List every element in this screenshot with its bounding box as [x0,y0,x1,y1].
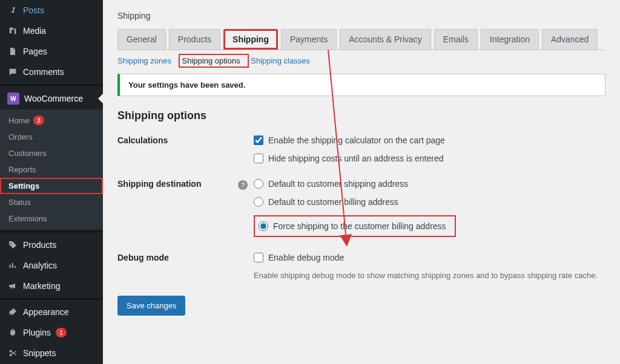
brush-icon [7,307,18,317]
submenu-label: Orders [8,132,33,141]
count-badge: 1 [56,328,67,337]
tab-products[interactable]: Products [169,29,220,50]
svg-point-1 [10,354,12,356]
radio-default-billing[interactable]: Default to customer billing address [254,197,605,207]
sidebar-label: Analytics [23,261,57,270]
sidebar-item-comments[interactable]: Comments [0,62,103,82]
megaphone-icon [7,281,18,291]
tab-shipping[interactable]: Shipping [223,29,278,50]
admin-sidebar: Posts Media Pages Comments W WooCommerce [0,0,103,364]
sidebar-item-posts[interactable]: Posts [0,0,103,21]
sidebar-item-media[interactable]: Media [0,21,103,41]
sidebar-label: Snippets [23,348,56,358]
sidebar-sub-customers[interactable]: Customers [0,145,103,161]
sidebar-sub-status[interactable]: Status [0,194,103,210]
radio-force-billing[interactable]: Force shipping to the customer billing a… [254,215,456,237]
sidebar-label: Media [23,26,46,36]
label-calculations: Calculations [117,135,254,163]
sidebar-label: Plugins [23,328,51,337]
radio-input-shipping[interactable] [254,179,263,189]
subtab-shipping-zones[interactable]: Shipping zones [117,56,171,65]
tab-advanced[interactable]: Advanced [542,29,598,50]
opt-hide-costs[interactable]: Hide shipping costs until an address is … [254,154,605,163]
sidebar-label: Comments [23,67,64,77]
sidebar-sub-orders[interactable]: Orders [0,129,103,145]
sidebar-item-pages[interactable]: Pages [0,41,103,62]
woocommerce-submenu: Home 3 Orders Customers Reports Settings… [0,109,103,229]
opt-label: Enable the shipping calculator on the ca… [268,135,445,145]
tab-integration[interactable]: Integration [481,29,539,50]
main-content: Shipping General Products Shipping Payme… [103,0,620,364]
comments-icon [7,67,18,77]
sidebar-label: Products [23,240,56,250]
sidebar-label: Pages [23,47,47,56]
row-debug: Debug mode Enable debug mode Enable ship… [117,253,605,280]
products-icon [7,239,18,250]
tab-accounts-privacy[interactable]: Accounts & Privacy [340,29,431,50]
sidebar-label: WooCommerce [24,94,83,103]
submenu-label: Reports [8,165,36,174]
checkbox-enable-calculator[interactable] [254,135,263,145]
sidebar-item-analytics[interactable]: Analytics [0,255,103,276]
sidebar-item-products[interactable]: Products [0,235,103,255]
submenu-label: Customers [8,149,47,158]
radio-label: Default to customer shipping address [268,179,408,189]
subtab-shipping-options[interactable]: Shipping options [182,56,240,65]
pin-icon [7,5,18,16]
radio-input-billing[interactable] [254,197,263,207]
radio-input-force-billing[interactable] [259,221,268,231]
save-button[interactable]: Save changes [117,296,185,316]
debug-description: Enable shipping debug mode to show match… [254,271,605,280]
sidebar-item-marketing[interactable]: Marketing [0,276,103,296]
submenu-label: Home [8,116,30,125]
checkbox-enable-debug[interactable] [254,253,263,262]
checkbox-hide-costs[interactable] [254,154,263,163]
sidebar-label: Appearance [23,307,69,317]
radio-label: Force shipping to the customer billing a… [273,221,446,231]
label-destination: Shipping destination [117,179,254,237]
row-calculations: Calculations Enable the shipping calcula… [117,135,605,163]
submenu-label: Extensions [8,214,47,223]
label-debug: Debug mode [117,253,254,280]
tab-payments[interactable]: Payments [281,29,337,50]
opt-enable-debug[interactable]: Enable debug mode [254,253,605,262]
tab-emails[interactable]: Emails [434,29,478,50]
media-icon [7,25,18,36]
sidebar-sub-home[interactable]: Home 3 [0,112,103,129]
tab-general[interactable]: General [117,29,166,50]
sidebar-sub-settings[interactable]: Settings [0,178,103,194]
sidebar-sub-extensions[interactable]: Extensions [0,210,103,227]
sidebar-sub-reports[interactable]: Reports [0,161,103,178]
svg-point-0 [10,350,12,353]
section-heading: Shipping options [117,109,605,122]
sidebar-label: Posts [23,5,44,15]
analytics-icon [7,260,18,271]
subtab-shipping-classes[interactable]: Shipping classes [251,56,310,65]
success-notice: Your settings have been saved. [117,74,605,96]
radio-default-shipping[interactable]: Default to customer shipping address [254,179,605,189]
settings-tabs: General Products Shipping Payments Accou… [117,29,605,50]
sidebar-item-woocommerce[interactable]: W WooCommerce [0,88,103,109]
opt-label: Hide shipping costs until an address is … [268,154,444,163]
opt-enable-calculator[interactable]: Enable the shipping calculator on the ca… [254,135,605,145]
sidebar-item-plugins[interactable]: Plugins 1 [0,322,103,343]
radio-label: Default to customer billing address [268,197,398,207]
submenu-label: Status [8,198,31,207]
opt-label: Enable debug mode [268,253,344,262]
pages-icon [7,46,18,57]
help-icon[interactable]: ? [238,180,248,190]
row-destination: Shipping destination ? Default to custom… [117,179,605,237]
count-badge: 3 [33,115,44,125]
woocommerce-icon: W [7,93,19,105]
shipping-subtabs: Shipping zones Shipping options Shipping… [117,50,605,74]
scissors-icon [7,348,18,359]
page-title: Shipping [117,0,605,29]
sidebar-item-appearance[interactable]: Appearance [0,302,103,322]
submenu-label: Settings [8,181,39,190]
sidebar-label: Marketing [23,281,60,291]
sidebar-item-snippets[interactable]: Snippets [0,343,103,363]
plug-icon [7,327,18,338]
